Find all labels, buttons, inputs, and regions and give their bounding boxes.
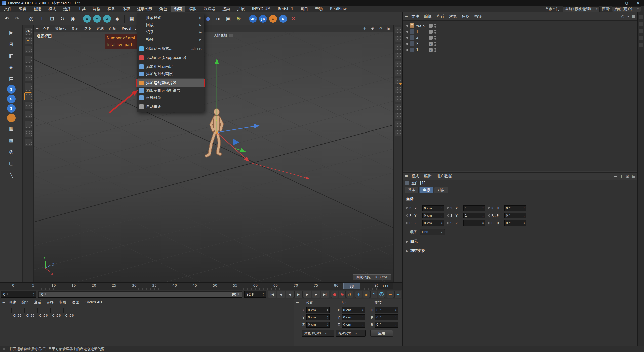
spinner-icon[interactable]: ▴▾: [524, 214, 525, 217]
spinner-icon[interactable]: ▴▾: [362, 316, 363, 319]
menubar-item[interactable]: INSYDIUM: [249, 6, 274, 12]
command-icon[interactable]: [395, 36, 401, 42]
menu-item[interactable]: 添加空白运动剪辑层: [137, 87, 204, 94]
menu-item[interactable]: 添加运动剪辑片段...: [137, 79, 204, 87]
rotation-order-select[interactable]: HPB ▾: [420, 229, 445, 235]
command-icon[interactable]: [395, 27, 401, 33]
command-icon[interactable]: [395, 121, 401, 127]
collapsed-section[interactable]: ▶ 冻结变换: [403, 247, 637, 254]
hamburger-icon[interactable]: ≡: [2, 300, 5, 305]
points-mode-icon[interactable]: ▤: [6, 73, 17, 84]
interface-select[interactable]: 启动 (用户) ▾: [612, 6, 641, 12]
panel-tab-icon[interactable]: [639, 43, 643, 47]
command-icon[interactable]: [395, 53, 401, 59]
hamburger-icon[interactable]: ≡: [405, 174, 408, 179]
coordinate-input[interactable]: 0 cm ▴▾: [342, 307, 365, 313]
node-space-select[interactable]: 当前 (标准/物理) ▾: [563, 6, 600, 12]
command-icon[interactable]: [395, 70, 401, 76]
keyframe-dot-icon[interactable]: [406, 222, 408, 224]
material-menu-item[interactable]: 编辑: [19, 300, 31, 305]
command-icon[interactable]: [395, 44, 401, 50]
autokeying-button[interactable]: ◉: [339, 291, 346, 298]
panel-tab-icon[interactable]: [639, 15, 643, 19]
menu-item[interactable]: 创建动画预览... Alt+B: [137, 45, 204, 52]
s-plugin-icon[interactable]: S: [279, 15, 287, 23]
goto-start-button[interactable]: |◀: [268, 291, 276, 298]
current-frame-thumb[interactable]: 83: [343, 283, 360, 289]
tag-icon[interactable]: ✓: [429, 42, 433, 46]
quantize-icon[interactable]: ▩: [6, 135, 17, 145]
attribute-input[interactable]: 1 ▴▾: [463, 213, 485, 218]
material-menu-item[interactable]: 材质: [57, 300, 69, 305]
spinner-icon[interactable]: ▴▾: [395, 323, 396, 326]
project-start-field[interactable]: 0 F ▴▾: [1, 291, 36, 298]
keyframe-dot-icon[interactable]: [447, 222, 449, 224]
panel-splitter[interactable]: [403, 171, 637, 173]
viewport-menu-item[interactable]: 显示: [69, 26, 81, 31]
hamburger-icon[interactable]: ≡: [296, 301, 299, 305]
timeline-ruler[interactable]: 051015202530354045505560657075808590 83 …: [0, 282, 403, 290]
volume-icon[interactable]: ●: [203, 14, 213, 23]
attribute-input[interactable]: 0 ° ▴▾: [504, 205, 526, 211]
search-icon[interactable]: ○: [621, 14, 624, 18]
keyframe-dot-icon[interactable]: [406, 214, 408, 217]
menubar-item[interactable]: 渲染: [219, 6, 233, 12]
keyframe-dot-icon[interactable]: [406, 207, 408, 209]
prev-frame-button[interactable]: ◀: [286, 291, 294, 298]
sds-icon[interactable]: S: [7, 104, 16, 113]
spinner-icon[interactable]: ▴▾: [441, 222, 442, 225]
command-icon[interactable]: [395, 87, 401, 93]
viewport-menu-item[interactable]: 选项: [81, 26, 94, 31]
attribute-input[interactable]: 0 ° ▴▾: [504, 220, 526, 226]
panel-tab-icon[interactable]: [639, 29, 643, 33]
axis-gizmo-object[interactable]: [216, 59, 309, 179]
hamburger-icon[interactable]: ≡: [3, 347, 6, 351]
expander-dot-icon[interactable]: [406, 49, 408, 51]
layout-icon[interactable]: ▤: [632, 14, 635, 18]
command-icon[interactable]: [395, 61, 401, 67]
tag-icon[interactable]: ✓: [429, 24, 433, 28]
hamburger-icon[interactable]: ≡: [405, 14, 408, 19]
menu-item[interactable]: 添加相对动画层: [137, 63, 204, 70]
spinner-icon[interactable]: ▴▾: [395, 316, 396, 319]
spinner-icon[interactable]: ▴▾: [482, 207, 484, 210]
viewport-menu-item[interactable]: 过滤: [94, 26, 106, 31]
record-position-toggle[interactable]: +: [355, 291, 362, 298]
menubar-item[interactable]: 窗口: [297, 6, 311, 12]
material-item[interactable]: Ch36: [24, 308, 36, 317]
spinner-icon[interactable]: ▴▾: [362, 323, 363, 326]
menubar-item[interactable]: 工具: [75, 6, 89, 12]
menu-item[interactable]: 帧频 ▶: [137, 36, 204, 43]
render-region-icon[interactable]: ◎: [6, 146, 17, 157]
attribute-tab[interactable]: 坐标: [419, 187, 433, 193]
material-preview[interactable]: [11, 308, 12, 313]
gear-icon[interactable]: ◔: [25, 28, 32, 35]
viewport-menu-item[interactable]: 查看: [40, 26, 53, 31]
attribute-input[interactable]: 1 ▴▾: [463, 220, 485, 226]
menubar-item[interactable]: 模式: [45, 6, 59, 12]
record-parameter-toggle[interactable]: P: [378, 291, 385, 298]
size-mode-select[interactable]: 绝对尺寸 ▾: [336, 330, 366, 337]
prev-key-button[interactable]: ◀: [277, 291, 285, 298]
rotate-view-icon[interactable]: ↻: [378, 26, 383, 31]
attribute-input[interactable]: 0 cm ▴▾: [422, 220, 444, 226]
spinner-icon[interactable]: ▴▾: [395, 309, 396, 312]
menu-item[interactable]: 播放模式 ▶: [137, 14, 204, 21]
material-preview[interactable]: [63, 308, 64, 313]
material-menu-item[interactable]: 查看: [31, 300, 44, 305]
toggle-layout-icon[interactable]: ▣: [386, 26, 391, 31]
menubar-item[interactable]: 编辑: [16, 6, 29, 12]
qr-plugin-icon[interactable]: QR: [249, 15, 257, 23]
expander-dot-icon[interactable]: [406, 43, 408, 45]
render-plugin-icon[interactable]: ⊕: [269, 15, 277, 23]
menubar-item[interactable]: Redshift: [275, 6, 296, 12]
frame-selection-icon[interactable]: ▢: [6, 158, 17, 168]
redo-icon[interactable]: ↷: [12, 14, 22, 23]
snap-workplane-icon[interactable]: [25, 111, 32, 118]
timeline-ruler-mode-button[interactable]: ≡: [387, 291, 394, 298]
spinner-icon[interactable]: ▴▾: [482, 214, 484, 217]
snap-icon[interactable]: ▩: [6, 123, 17, 134]
menu-item[interactable]: 添加绝对动画层: [137, 70, 204, 78]
panel-menu-icon[interactable]: ▤: [632, 174, 635, 178]
material-item[interactable]: Ch36: [11, 308, 23, 317]
